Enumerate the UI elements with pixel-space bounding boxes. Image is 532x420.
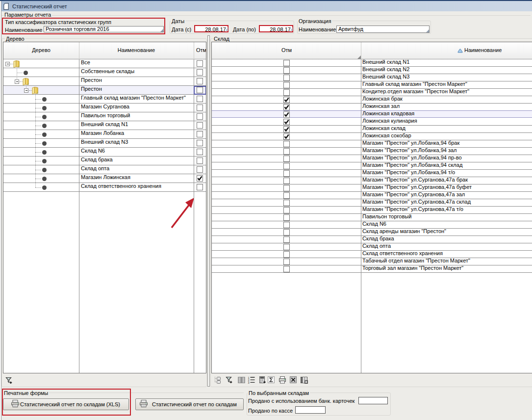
svg-text:3: 3 <box>248 381 250 384</box>
